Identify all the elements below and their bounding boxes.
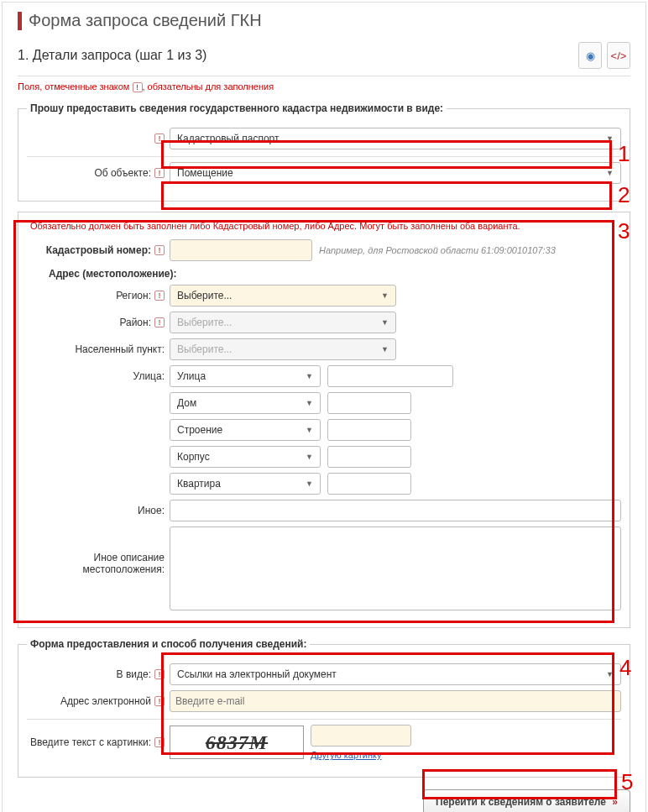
object-warning-text: Обязательно должен быть заполнен либо Ка… bbox=[30, 221, 621, 231]
annotation-number-4: 4 bbox=[619, 655, 631, 681]
locality-label: Населенный пункт: bbox=[75, 343, 165, 355]
submit-button-label: Перейти к сведениям о заявителе bbox=[436, 796, 606, 808]
object-type-select[interactable]: Помещение ▼ bbox=[170, 162, 621, 184]
district-label: Район: bbox=[119, 317, 151, 328]
annotation-number-5: 5 bbox=[621, 769, 633, 795]
chevron-down-icon: ▼ bbox=[381, 318, 389, 327]
fieldset-delivery-legend: Форма предоставления и способ получения … bbox=[27, 638, 310, 650]
step-icons: ◉ </> bbox=[578, 42, 630, 69]
required-icon: ! bbox=[154, 737, 165, 747]
page-title: Форма запроса сведений ГКН bbox=[29, 11, 262, 30]
required-icon: ! bbox=[154, 669, 165, 679]
cadastral-number-label: Кадастровый номер: bbox=[46, 244, 151, 256]
street-type-value: Улица bbox=[177, 370, 206, 382]
building-type-value: Строение bbox=[177, 424, 222, 436]
title-accent-bar bbox=[18, 12, 22, 30]
other-desc-label: Иное описание местоположения: bbox=[27, 552, 165, 575]
annotation-number-2: 2 bbox=[618, 182, 630, 208]
region-value: Выберите... bbox=[177, 290, 232, 301]
divider bbox=[27, 719, 621, 720]
xml-icon[interactable]: </> bbox=[607, 42, 630, 69]
cadastral-hint: Например, для Ростовской области 61:09:0… bbox=[319, 245, 556, 255]
captcha-label: Введите текст с картинки: bbox=[30, 736, 151, 748]
object-label: Об объекте: bbox=[94, 167, 151, 179]
captcha-input[interactable] bbox=[311, 725, 411, 747]
doc-type-value: Кадастровый паспорт bbox=[177, 133, 279, 144]
house-number-input[interactable] bbox=[327, 392, 411, 414]
annotation-number-1: 1 bbox=[618, 141, 630, 167]
email-label: Адрес электронной bbox=[60, 695, 151, 707]
chevron-down-icon: ▼ bbox=[381, 345, 389, 354]
divider bbox=[18, 76, 630, 76]
other-label: Иное: bbox=[138, 505, 165, 516]
fieldset-delivery: Форма предоставления и способ получения … bbox=[18, 638, 630, 778]
chevron-down-icon: ▼ bbox=[306, 399, 313, 407]
chevron-down-icon: ▼ bbox=[306, 372, 313, 380]
flat-type-value: Квартира bbox=[177, 478, 221, 490]
chevron-down-icon: ▼ bbox=[306, 479, 313, 488]
street-type-select[interactable]: Улица ▼ bbox=[170, 365, 321, 387]
object-type-value: Помещение bbox=[177, 167, 233, 179]
cadastral-number-input[interactable] bbox=[170, 239, 312, 261]
chevron-down-icon: ▼ bbox=[606, 670, 614, 678]
chevron-down-icon: ▼ bbox=[606, 134, 614, 143]
delivery-form-value: Ссылки на электронный документ bbox=[177, 668, 337, 680]
required-note-pre: Поля, отмеченные знаком bbox=[18, 81, 133, 92]
chevron-right-icon: » bbox=[612, 796, 618, 808]
building-type-select[interactable]: Строение ▼ bbox=[170, 419, 321, 441]
fieldset-request-type-legend: Прошу предоставить сведения государствен… bbox=[27, 102, 447, 114]
required-fields-note: Поля, отмеченные знаком !, обязательны д… bbox=[18, 81, 630, 92]
required-icon: ! bbox=[154, 317, 165, 327]
preview-icon[interactable]: ◉ bbox=[578, 42, 602, 69]
doc-type-select[interactable]: Кадастровый паспорт ▼ bbox=[170, 128, 621, 149]
annotation-number-3: 3 bbox=[618, 218, 630, 244]
region-label: Регион: bbox=[116, 290, 151, 301]
korpus-type-value: Корпус bbox=[177, 451, 210, 463]
address-header: Адрес (местоположение): bbox=[49, 268, 621, 280]
locality-select[interactable]: Выберите... ▼ bbox=[170, 338, 396, 360]
korpus-number-input[interactable] bbox=[327, 446, 411, 468]
korpus-type-select[interactable]: Корпус ▼ bbox=[170, 446, 321, 468]
district-value: Выберите... bbox=[177, 317, 232, 328]
captcha-image: 6837М bbox=[170, 726, 304, 759]
chevron-down-icon: ▼ bbox=[306, 426, 313, 434]
delivery-form-select[interactable]: Ссылки на электронный документ ▼ bbox=[170, 663, 621, 685]
district-select[interactable]: Выберите... ▼ bbox=[170, 312, 396, 333]
submit-row: Перейти к сведениям о заявителе » bbox=[18, 789, 630, 812]
chevron-down-icon: ▼ bbox=[381, 291, 389, 300]
street-label: Улица: bbox=[133, 370, 165, 382]
flat-number-input[interactable] bbox=[327, 473, 411, 495]
step-title: 1. Детали запроса (шаг 1 из 3) bbox=[18, 48, 206, 63]
divider bbox=[27, 156, 621, 157]
other-input[interactable] bbox=[170, 500, 621, 521]
step-header: 1. Детали запроса (шаг 1 из 3) ◉ </> bbox=[18, 42, 630, 69]
captcha-refresh-link[interactable]: Другую картинку bbox=[311, 750, 411, 760]
email-input[interactable] bbox=[170, 690, 621, 712]
required-icon: ! bbox=[154, 245, 165, 255]
submit-button[interactable]: Перейти к сведениям о заявителе » bbox=[423, 789, 630, 812]
chevron-down-icon: ▼ bbox=[606, 169, 614, 177]
required-note-post: , обязательны для заполнения bbox=[143, 81, 274, 92]
flat-type-select[interactable]: Квартира ▼ bbox=[170, 473, 321, 495]
required-icon: ! bbox=[154, 134, 165, 144]
chevron-down-icon: ▼ bbox=[306, 453, 313, 461]
required-icon: ! bbox=[154, 291, 165, 301]
page-container: Форма запроса сведений ГКН 1. Детали зап… bbox=[2, 2, 646, 812]
locality-value: Выберите... bbox=[177, 343, 232, 355]
required-icon: ! bbox=[154, 696, 165, 706]
other-description-textarea[interactable] bbox=[170, 526, 621, 610]
region-select[interactable]: Выберите... ▼ bbox=[170, 285, 396, 306]
street-name-input[interactable] bbox=[327, 365, 453, 387]
building-number-input[interactable] bbox=[327, 419, 411, 441]
required-icon: ! bbox=[133, 82, 143, 92]
delivery-form-label: В виде: bbox=[117, 668, 151, 680]
fieldset-request-type: Прошу предоставить сведения государствен… bbox=[18, 102, 630, 202]
fieldset-object-details: Обязательно должен быть заполнен либо Ка… bbox=[18, 212, 630, 628]
house-type-select[interactable]: Дом ▼ bbox=[170, 392, 321, 414]
required-icon: ! bbox=[154, 168, 165, 178]
house-type-value: Дом bbox=[177, 397, 196, 409]
page-title-bar: Форма запроса сведений ГКН bbox=[18, 11, 630, 30]
